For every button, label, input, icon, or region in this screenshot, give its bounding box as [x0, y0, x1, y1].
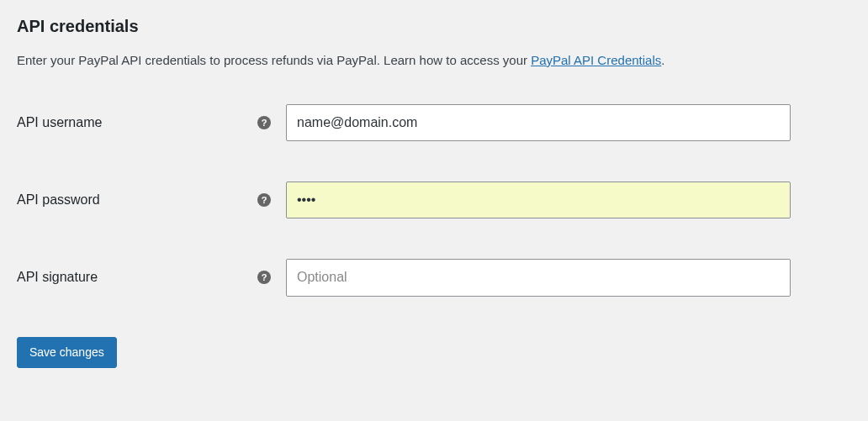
description-text-suffix: .	[661, 53, 664, 67]
help-icon[interactable]: ?	[257, 193, 271, 207]
api-username-label: API username	[17, 115, 102, 130]
credentials-form: API username ? API password ? API signat…	[17, 104, 851, 369]
api-password-row: API password ?	[17, 182, 851, 218]
submit-row: Save changes	[17, 337, 851, 369]
help-icon[interactable]: ?	[257, 116, 271, 129]
api-username-input-cell	[286, 104, 791, 141]
api-username-row: API username ?	[17, 104, 851, 141]
api-password-input-cell	[286, 182, 791, 218]
section-description: Enter your PayPal API credentials to pro…	[17, 51, 851, 71]
section-title: API credentials	[17, 17, 851, 36]
api-password-label: API password	[17, 192, 100, 208]
api-username-label-cell: API username ?	[17, 115, 286, 130]
api-signature-input[interactable]	[286, 259, 791, 296]
description-text-prefix: Enter your PayPal API credentials to pro…	[17, 53, 531, 67]
api-password-label-cell: API password ?	[17, 192, 286, 208]
api-username-input[interactable]	[286, 104, 791, 141]
help-icon[interactable]: ?	[257, 271, 271, 284]
api-signature-label-cell: API signature ?	[17, 270, 286, 285]
paypal-api-credentials-link[interactable]: PayPal API Credentials	[531, 53, 661, 67]
api-signature-input-cell	[286, 259, 791, 296]
save-changes-button[interactable]: Save changes	[17, 337, 117, 369]
api-password-input[interactable]	[286, 182, 791, 218]
api-signature-row: API signature ?	[17, 259, 851, 296]
api-signature-label: API signature	[17, 270, 98, 285]
